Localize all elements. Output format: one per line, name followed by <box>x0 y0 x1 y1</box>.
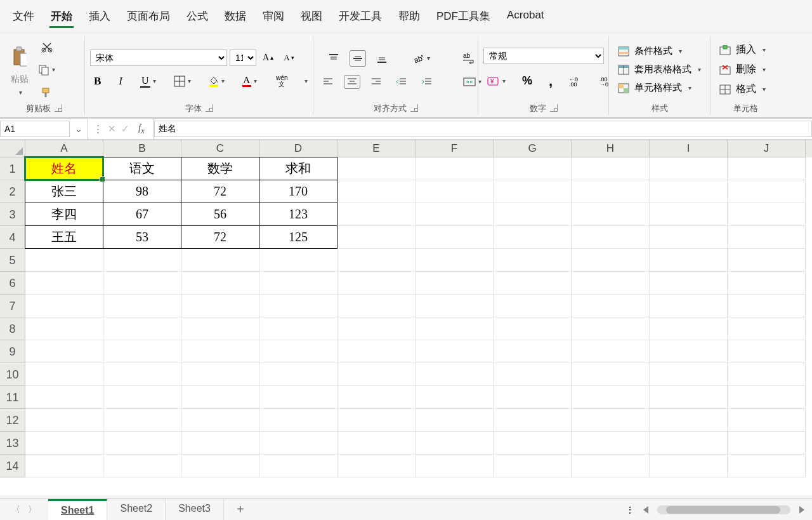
font-name-select[interactable]: 宋体 <box>90 50 227 66</box>
cell-H13[interactable] <box>572 432 650 455</box>
cell-F13[interactable] <box>416 432 494 455</box>
row-header-1[interactable]: 1 <box>0 157 25 180</box>
cell-E5[interactable] <box>337 249 416 272</box>
cell-A10[interactable] <box>25 363 103 386</box>
cell-G10[interactable] <box>494 363 572 386</box>
cell-C14[interactable] <box>181 455 259 477</box>
row-header-2[interactable]: 2 <box>0 180 25 203</box>
cell-B1[interactable]: 语文 <box>103 157 181 180</box>
cell-F14[interactable] <box>416 455 494 477</box>
cell-C12[interactable] <box>181 409 259 432</box>
cell-E7[interactable] <box>337 295 416 317</box>
cell-J12[interactable] <box>728 409 806 432</box>
col-header-H[interactable]: H <box>572 140 650 157</box>
cell-D11[interactable] <box>259 386 337 409</box>
fx-icon[interactable]: fx <box>134 123 148 136</box>
cell-F2[interactable] <box>416 180 494 203</box>
cell-E10[interactable] <box>337 363 416 386</box>
decrease-font-button[interactable]: A▾ <box>280 50 298 65</box>
cell-H5[interactable] <box>572 249 650 272</box>
font-color-button[interactable]: A▾ <box>239 73 261 90</box>
cell-H14[interactable] <box>572 455 650 477</box>
scroll-right-icon[interactable] <box>799 506 804 514</box>
cell-E9[interactable] <box>337 340 416 363</box>
cell-D7[interactable] <box>259 295 337 317</box>
cell-J3[interactable] <box>728 203 806 226</box>
cell-D12[interactable] <box>259 409 337 432</box>
align-launcher-icon[interactable] <box>410 104 418 112</box>
cell-H12[interactable] <box>572 409 650 432</box>
row-header-7[interactable]: 7 <box>0 295 25 317</box>
cell-I11[interactable] <box>650 386 728 409</box>
name-box[interactable] <box>0 121 70 137</box>
cell-C8[interactable] <box>181 317 259 340</box>
cell-F10[interactable] <box>416 363 494 386</box>
cell-E8[interactable] <box>337 317 416 340</box>
row-header-5[interactable]: 5 <box>0 249 25 272</box>
copy-button[interactable]: ▾ <box>34 62 59 78</box>
cell-F9[interactable] <box>416 340 494 363</box>
cell-C13[interactable] <box>181 432 259 455</box>
cell-E12[interactable] <box>337 409 416 432</box>
cell-F1[interactable] <box>416 157 494 180</box>
row-header-9[interactable]: 9 <box>0 340 25 363</box>
cell-C9[interactable] <box>181 340 259 363</box>
cell-J7[interactable] <box>728 295 806 317</box>
row-header-4[interactable]: 4 <box>0 226 25 249</box>
delete-cells-button[interactable]: 删除▾ <box>716 62 769 77</box>
cell-B8[interactable] <box>103 317 181 340</box>
cell-F8[interactable] <box>416 317 494 340</box>
cell-A11[interactable] <box>25 386 103 409</box>
row-header-12[interactable]: 12 <box>0 409 25 432</box>
italic-button[interactable]: I <box>115 72 126 90</box>
menu-devtools[interactable]: 开发工具 <box>337 6 383 28</box>
increase-font-button[interactable]: A▴ <box>259 50 277 65</box>
sheet-tab-1[interactable]: Sheet1 <box>48 499 107 520</box>
cell-B14[interactable] <box>103 455 181 477</box>
cell-B3[interactable]: 67 <box>103 203 181 226</box>
align-left-button[interactable] <box>318 75 337 89</box>
format-cells-button[interactable]: 格式▾ <box>716 81 769 97</box>
cell-J4[interactable] <box>728 226 806 249</box>
fill-color-button[interactable]: ▾ <box>205 73 228 90</box>
menu-help[interactable]: 帮助 <box>397 6 421 28</box>
align-center-button[interactable] <box>344 75 360 89</box>
cell-B2[interactable]: 98 <box>103 180 181 203</box>
comma-button[interactable]: , <box>545 70 556 92</box>
cell-G14[interactable] <box>494 455 572 477</box>
increase-indent-button[interactable] <box>417 75 436 89</box>
cell-I7[interactable] <box>650 295 728 317</box>
cell-J10[interactable] <box>728 363 806 386</box>
cell-D10[interactable] <box>259 363 337 386</box>
align-top-button[interactable] <box>324 50 343 67</box>
cell-A5[interactable] <box>25 249 103 272</box>
cell-I4[interactable] <box>650 226 728 249</box>
cell-F7[interactable] <box>416 295 494 317</box>
menu-acrobat[interactable]: Acrobat <box>506 6 546 28</box>
new-sheet-button[interactable]: + <box>224 502 257 517</box>
cell-G2[interactable] <box>494 180 572 203</box>
spreadsheet-grid[interactable]: A B C D E F G H I J 1 2 3 4 5 6 7 8 9 10… <box>0 140 812 495</box>
row-header-3[interactable]: 3 <box>0 203 25 226</box>
cell-F3[interactable] <box>416 203 494 226</box>
cell-E14[interactable] <box>337 455 416 477</box>
cell-J13[interactable] <box>728 432 806 455</box>
col-header-F[interactable]: F <box>416 140 494 157</box>
align-middle-button[interactable] <box>350 50 366 67</box>
number-format-select[interactable]: 常规 <box>483 48 604 64</box>
cell-G3[interactable] <box>494 203 572 226</box>
row-header-14[interactable]: 14 <box>0 455 25 477</box>
cell-D6[interactable] <box>259 272 337 295</box>
cell-E3[interactable] <box>337 203 416 226</box>
cell-F11[interactable] <box>416 386 494 409</box>
formula-input[interactable] <box>154 121 812 137</box>
cell-G6[interactable] <box>494 272 572 295</box>
phonetic-button[interactable]: wén 文 <box>271 72 293 90</box>
cell-B6[interactable] <box>103 272 181 295</box>
cell-styles-button[interactable]: 单元格样式▾ <box>614 81 705 95</box>
cell-E4[interactable] <box>337 226 416 249</box>
col-header-A[interactable]: A <box>25 140 103 157</box>
cell-I1[interactable] <box>650 157 728 180</box>
scroll-left-icon[interactable] <box>643 506 648 514</box>
menu-pagelayout[interactable]: 页面布局 <box>126 6 171 28</box>
